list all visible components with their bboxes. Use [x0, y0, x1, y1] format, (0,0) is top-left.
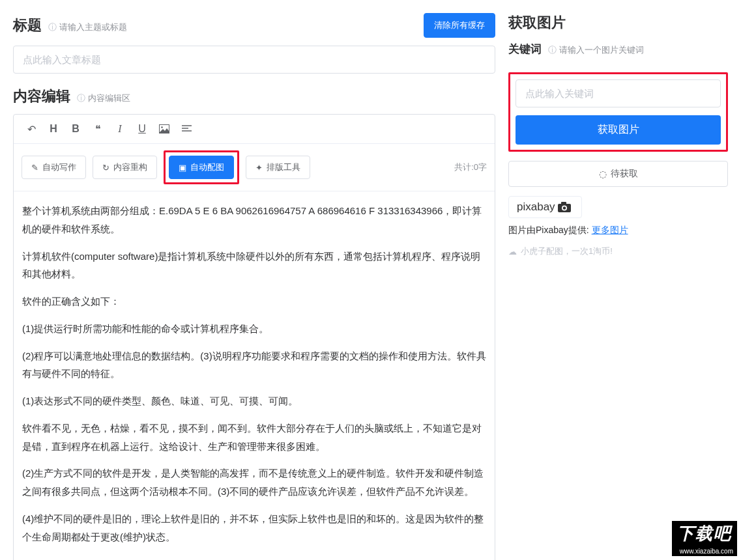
- picture-icon: ▣: [179, 163, 186, 173]
- paragraph: (4)维护不同的硬件是旧的，理论上软件是旧的，并不坏，但实际上软件也是旧的和坏的…: [22, 510, 486, 546]
- info-icon: ⓘ: [48, 21, 57, 33]
- keyword-hint: ⓘ 请输入一个图片关键词: [548, 44, 644, 56]
- mini-tip: ☁ 小虎子配图，一次1淘币!: [508, 245, 728, 257]
- content-editor[interactable]: 整个计算机系统由两部分组成：E.69DA 5 E 6 BA 9062616964…: [14, 191, 495, 560]
- watermark-url: www.xiazaiba.com: [672, 546, 737, 556]
- bold-icon[interactable]: B: [65, 119, 87, 139]
- auto-write-button[interactable]: ✎ 自动写作: [22, 156, 86, 179]
- wand-icon: ✦: [255, 163, 263, 173]
- title-hint: ⓘ 请输入主题或标题: [48, 21, 127, 33]
- svg-rect-6: [561, 202, 566, 204]
- paragraph: (1)表达形式不同的硬件类型、颜色、味道、可见、可摸、可闻。: [22, 392, 486, 410]
- heading-icon[interactable]: H: [42, 119, 65, 139]
- quote-icon[interactable]: ❝: [87, 119, 109, 139]
- italic-icon[interactable]: I: [109, 119, 131, 139]
- action-row: ✎ 自动写作 ↻ 内容重构 ▣ 自动配图 ✦ 排版工具 共计:0字: [14, 144, 495, 191]
- info-icon: ⓘ: [77, 92, 85, 104]
- image-icon[interactable]: [153, 119, 175, 139]
- title-heading: 标题: [13, 16, 42, 35]
- paragraph: (2)生产方式不同的软件是开发，是人类智能的高发挥，而不是传统意义上的硬件制造。…: [22, 464, 486, 501]
- paragraph: 计算机软件(computer software)是指计算机系统中除硬件以外的所有…: [22, 247, 486, 284]
- camera-icon: [558, 202, 574, 212]
- auto-image-button[interactable]: ▣ 自动配图: [169, 156, 234, 179]
- cloud-icon: ☁: [508, 247, 517, 257]
- paragraph: (2)程序可以满意地处理信息的数据结构。(3)说明程序功能要求和程序需要的文档的…: [22, 347, 486, 384]
- paragraph: 软件的正确含义如下：: [22, 292, 486, 311]
- layout-tool-button[interactable]: ✦ 排版工具: [246, 156, 310, 179]
- fetch-image-heading: 获取图片: [508, 13, 728, 33]
- paragraph: (1)提供运行时所需功能和性能的命令或计算机程序集合。: [22, 320, 486, 338]
- align-left-icon[interactable]: [175, 119, 197, 139]
- content-hint: ⓘ 内容编辑区: [77, 92, 130, 104]
- watermark: 下载吧 www.xiazaiba.com: [672, 521, 737, 556]
- keyword-input[interactable]: [516, 79, 721, 107]
- svg-point-8: [562, 206, 566, 210]
- editor-container: ↶ H B ❝ I U ✎ 自动写作 ↻: [13, 114, 495, 560]
- pencil-icon: ✎: [31, 163, 38, 173]
- clear-cache-button[interactable]: 清除所有缓存: [424, 13, 495, 38]
- highlight-box: ▣ 自动配图: [164, 150, 239, 184]
- article-title-input[interactable]: [13, 46, 495, 74]
- editor-toolbar: ↶ H B ❝ I U: [14, 115, 495, 144]
- restructure-button[interactable]: ↻ 内容重构: [93, 156, 157, 179]
- refresh-icon: ↻: [102, 163, 109, 173]
- highlight-box: 获取图片: [508, 72, 728, 152]
- pixabay-badge: pixabay: [508, 196, 582, 218]
- word-count: 共计:0字: [454, 161, 487, 173]
- paragraph: 整个计算机系统由两部分组成：E.69DA 5 E 6 BA 9062616964…: [22, 202, 486, 238]
- fetch-image-button[interactable]: 获取图片: [516, 115, 721, 145]
- content-heading: 内容编辑: [13, 87, 70, 106]
- pending-button[interactable]: ◌ 待获取: [508, 161, 728, 187]
- loading-icon: ◌: [599, 169, 607, 179]
- paragraph: 软件看不见，无色，枯燥，看不见，摸不到，闻不到。软件大部分存在于人们的头脑或纸上…: [22, 419, 486, 456]
- undo-icon[interactable]: ↶: [20, 119, 42, 139]
- underline-icon[interactable]: U: [131, 119, 153, 139]
- more-images-link[interactable]: 更多图片: [592, 225, 628, 235]
- keyword-label: 关键词: [508, 42, 542, 57]
- svg-point-1: [161, 126, 163, 128]
- info-icon: ⓘ: [548, 44, 557, 56]
- watermark-text: 下载吧: [672, 521, 737, 546]
- credit-line: 图片由Pixabay提供: 更多图片: [508, 225, 728, 236]
